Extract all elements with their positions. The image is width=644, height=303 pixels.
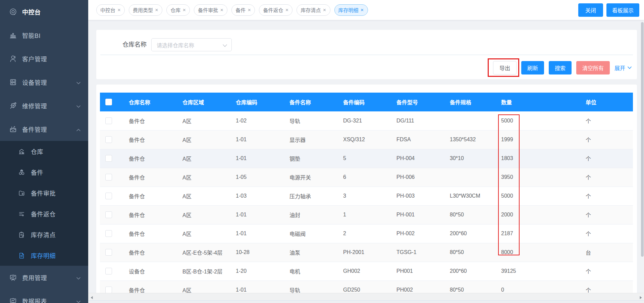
scrollbar-tail-strip xyxy=(88,300,644,303)
sidebar-item-智能BI[interactable]: 智能BI xyxy=(0,23,88,47)
table-row[interactable]: 备件仓A区1-02导轨DG-321DG/1115000个 xyxy=(100,111,633,130)
sidebar-subitem-库存明细[interactable]: 库存明细 xyxy=(0,245,88,266)
warehouse-select[interactable]: 请选择仓库名称 xyxy=(151,38,232,51)
sidebar-subitem-库存清点[interactable]: 库存清点 xyxy=(0,224,88,245)
table-cell: 个 xyxy=(586,224,633,243)
scroll-right-arrow-icon[interactable] xyxy=(639,295,643,299)
table-cell: 个 xyxy=(586,111,633,130)
sidebar-item-中控台[interactable]: 中控台 xyxy=(0,0,88,23)
sidebar-subitem-仓库[interactable]: 仓库 xyxy=(0,141,88,162)
table-cell: PH001 xyxy=(396,262,450,281)
tab-备件审批[interactable]: 备件审批✕ xyxy=(194,4,227,16)
sidebar-item-设备管理[interactable]: 设备管理 xyxy=(0,70,88,94)
tab-库存明细[interactable]: 库存明细✕ xyxy=(334,4,368,16)
tab-备件返仓[interactable]: 备件返仓✕ xyxy=(259,4,292,16)
scroll-left-arrow-icon[interactable] xyxy=(90,295,94,299)
column-header-仓库名称: 仓库名称 xyxy=(129,93,182,111)
table-cell: PH-002 xyxy=(396,224,450,243)
horizontal-scrollbar[interactable] xyxy=(88,293,644,300)
row-checkbox[interactable] xyxy=(105,155,112,162)
column-header-仓库编码: 仓库编码 xyxy=(236,93,289,111)
table-cell: A区 xyxy=(182,111,236,130)
row-checkbox[interactable] xyxy=(105,174,112,181)
cubes-icon xyxy=(18,169,25,176)
table-cell: B区-B仓-1架-2层 xyxy=(182,262,236,281)
sidebar-item-label: 客户管理 xyxy=(22,54,47,63)
table-cell: 个 xyxy=(586,130,633,149)
tab-仓库[interactable]: 仓库✕ xyxy=(166,4,190,16)
table-row[interactable]: 设备仓B区-B仓-1架-2层1-20电机GH002PH001200*603912… xyxy=(100,262,633,281)
row-checkbox[interactable] xyxy=(105,268,112,274)
sidebar-item-维修管理[interactable]: 维修管理 xyxy=(0,94,88,117)
tab-库存清点[interactable]: 库存清点✕ xyxy=(297,4,330,16)
sidebar: 中控台智能BI客户管理设备管理维修管理备件管理仓库备件备件审批备件返仓库存清点库… xyxy=(0,0,88,303)
sidebar-item-数据报表[interactable]: 数据报表 xyxy=(0,289,88,303)
table-cell: 5000 xyxy=(501,111,586,130)
tab-close-icon[interactable]: ✕ xyxy=(285,8,288,12)
column-header-备件名称: 备件名称 xyxy=(289,93,343,111)
tab-close-icon[interactable]: ✕ xyxy=(220,8,223,12)
tab-close-icon[interactable]: ✕ xyxy=(323,8,326,12)
table-cell: A区 xyxy=(182,224,236,243)
sidebar-subitem-备件审批[interactable]: 备件审批 xyxy=(0,183,88,203)
clear-all-button[interactable]: 清空所有 xyxy=(576,61,610,74)
table-row[interactable]: 备件仓A区-E仓-5架-4层10-28油泵PH-2001TGSG-180*508… xyxy=(100,243,633,262)
refresh-button[interactable]: 刷新 xyxy=(521,61,544,74)
tab-close-icon[interactable]: ✕ xyxy=(248,8,251,12)
table-row[interactable]: 备件仓A区1-01钢垫5PH-00430*101803个 xyxy=(100,149,633,168)
row-select-cell xyxy=(100,205,129,224)
chevron-up-icon xyxy=(76,128,81,132)
table-row[interactable]: 备件仓A区1-01油封1PH-00180*502000个 xyxy=(100,205,633,224)
sidebar-subitem-label: 备件 xyxy=(31,168,43,176)
table-row[interactable]: 备件仓A区1-03压力轴承3PH-003L30*W30CM5000个 xyxy=(100,187,633,205)
row-select-cell xyxy=(100,187,129,205)
sidebar-subitem-备件[interactable]: 备件 xyxy=(0,162,88,183)
table-row[interactable]: 备件仓A区1-01电磁阀2PH-002200*602187个 xyxy=(100,224,633,243)
table-cell: 1-01 xyxy=(236,130,289,149)
tab-费用类型[interactable]: 费用类型✕ xyxy=(129,4,162,16)
sidebar-item-费用管理[interactable]: 费用管理 xyxy=(0,266,88,289)
tab-close-icon[interactable]: ✕ xyxy=(361,8,364,12)
tab-close-icon[interactable]: ✕ xyxy=(182,8,186,12)
row-checkbox[interactable] xyxy=(105,136,112,143)
row-checkbox[interactable] xyxy=(105,211,112,218)
table-cell: 个 xyxy=(586,149,633,168)
expand-link[interactable]: 展开 xyxy=(614,64,632,72)
row-checkbox[interactable] xyxy=(105,287,112,293)
sidebar-subitem-备件返仓[interactable]: 备件返仓 xyxy=(0,203,88,224)
main-content: 仓库名称 请选择仓库名称 导出 刷新 搜索 清空所有 展开 xyxy=(88,20,644,303)
row-checkbox[interactable] xyxy=(105,230,112,237)
close-button[interactable]: 关闭 xyxy=(578,3,603,17)
select-all-checkbox[interactable] xyxy=(105,99,112,105)
tab-label: 备件 xyxy=(235,6,246,13)
sidebar-item-label: 维修管理 xyxy=(22,101,47,110)
spare-parts-icon xyxy=(9,125,17,133)
sidebar-item-备件管理[interactable]: 备件管理 xyxy=(0,117,88,141)
table-cell: A区 xyxy=(182,187,236,205)
tab-中控台[interactable]: 中控台✕ xyxy=(96,4,125,16)
table-cell: 39125 xyxy=(501,262,586,281)
row-checkbox[interactable] xyxy=(105,249,112,256)
tab-close-icon[interactable]: ✕ xyxy=(117,8,121,12)
table-cell: 2187 xyxy=(501,224,586,243)
table-cell: 80*50 xyxy=(450,243,501,262)
table-row[interactable]: 备件仓A区1-05电源开关6PH-0063950个 xyxy=(100,168,633,187)
table-cell: XSQ/312 xyxy=(343,130,396,149)
tab-label: 备件返仓 xyxy=(263,6,283,13)
topbar-actions: 关闭 看板展示 xyxy=(578,3,639,17)
search-button[interactable]: 搜索 xyxy=(549,61,572,74)
table-row[interactable]: 备件仓A区1-01显示器XSQ/312FDSA1350*54321999个 xyxy=(100,130,633,149)
tab-备件[interactable]: 备件✕ xyxy=(231,4,255,16)
bi-chart-icon xyxy=(9,31,17,39)
table-cell: A区 xyxy=(182,168,236,187)
table-cell: 2000 xyxy=(501,205,586,224)
sidebar-item-客户管理[interactable]: 客户管理 xyxy=(0,47,88,70)
vertical-scrollbar-thumb[interactable] xyxy=(641,22,644,257)
sidebar-item-label: 中控台 xyxy=(22,7,41,16)
export-button[interactable]: 导出 xyxy=(493,61,517,74)
row-checkbox[interactable] xyxy=(105,193,112,199)
tab-close-icon[interactable]: ✕ xyxy=(155,8,158,12)
board-display-button[interactable]: 看板展示 xyxy=(606,3,639,17)
row-select-cell xyxy=(100,224,129,243)
row-checkbox[interactable] xyxy=(105,117,112,124)
